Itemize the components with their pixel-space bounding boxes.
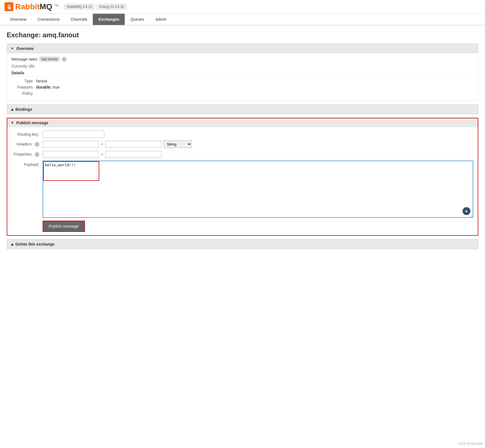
message-rates-help[interactable]: ?	[62, 57, 66, 61]
logo: 🐇 RabbitMQ TM	[4, 2, 58, 11]
headers-key-input[interactable]	[43, 141, 99, 148]
headers-separator: =	[101, 142, 103, 147]
type-val: fanout	[36, 79, 47, 83]
headers-val-input[interactable]	[105, 141, 161, 148]
headers-label: Headers: ?	[12, 142, 43, 147]
policy-key: Policy	[14, 91, 36, 96]
header: 🐇 RabbitMQ TM RabbitMQ 3.9.13 Erlang 23.…	[0, 0, 485, 14]
details-label: Details	[11, 71, 474, 77]
properties-key-input[interactable]	[43, 151, 99, 158]
overview-section-title: Overview	[16, 46, 34, 51]
overview-collapse-icon: ▼	[11, 47, 14, 50]
bindings-section-title: Bindings	[15, 107, 32, 112]
rabbitmq-version: RabbitMQ 3.9.13	[64, 4, 94, 10]
logo-tm: TM	[54, 4, 58, 7]
routing-key-label: Routing key:	[12, 132, 43, 137]
features-val: durable: true	[36, 85, 59, 89]
details-type-row: Type fanout	[14, 79, 474, 83]
nav-admin[interactable]: Admin	[150, 14, 172, 25]
last-minute-badge[interactable]: last minute	[40, 57, 60, 62]
payload-label: Payload:	[12, 161, 43, 167]
overview-body: Message rates last minute ? Currently id…	[7, 53, 478, 101]
main-content: Exchange: amq.fanout ▼ Overview Message …	[0, 26, 485, 258]
page-title: Exchange: amq.fanout	[7, 31, 478, 39]
headers-row: Headers: ? = String Number Boolean	[12, 140, 473, 148]
bindings-section: ▶ Bindings	[7, 104, 478, 114]
idle-text: Currently idle	[11, 64, 474, 68]
properties-help[interactable]: ?	[35, 152, 39, 157]
payload-send-icon[interactable]: ➤	[463, 207, 470, 215]
logo-icon: 🐇	[4, 2, 13, 11]
message-rates-label: Message rates	[11, 57, 37, 61]
routing-key-input[interactable]	[43, 131, 104, 138]
publish-message-button[interactable]: Publish message	[43, 221, 84, 231]
bindings-collapse-icon: ▶	[10, 108, 14, 111]
delete-section-header[interactable]: ▶ Delete this exchange	[7, 239, 478, 249]
properties-val-input[interactable]	[105, 151, 161, 158]
delete-section-title: Delete this exchange	[15, 242, 54, 246]
publish-section: ▼ Publish message Routing key: Headers: …	[7, 118, 478, 236]
erlang-version: Erlang 23.3.4.18	[97, 4, 126, 10]
payload-blue-border: hello,world!!! ➤	[43, 161, 473, 218]
headers-type-select[interactable]: String Number Boolean	[164, 140, 192, 148]
overview-section-header[interactable]: ▼ Overview	[7, 44, 478, 53]
details-policy-row: Policy	[14, 91, 474, 96]
payload-row: Payload: hello,world!!! ➤	[12, 161, 473, 218]
details-table: Type fanout Features durable: true Polic…	[14, 79, 474, 96]
publish-section-title: Publish message	[16, 121, 48, 125]
features-key: Features	[14, 85, 36, 89]
publish-section-header[interactable]: ▼ Publish message	[7, 118, 478, 127]
publish-collapse-icon: ▼	[11, 121, 14, 125]
delete-collapse-icon: ▶	[10, 243, 14, 246]
details-features-row: Features durable: true	[14, 85, 474, 89]
publish-form-body: Routing key: Headers: ? = String Number …	[7, 127, 478, 235]
properties-separator: =	[101, 152, 103, 157]
payload-wrapper: hello,world!!! ➤	[43, 161, 473, 218]
routing-key-row: Routing key:	[12, 131, 473, 138]
bindings-section-header[interactable]: ▶ Bindings	[7, 105, 478, 114]
properties-row: Properties: ? =	[12, 151, 473, 158]
overview-section: ▼ Overview Message rates last minute ? C…	[7, 43, 478, 101]
nav-channels[interactable]: Channels	[65, 14, 93, 25]
nav-connections[interactable]: Connections	[32, 14, 65, 25]
headers-help[interactable]: ?	[35, 142, 39, 147]
properties-label: Properties: ?	[12, 152, 43, 157]
payload-textarea[interactable]: hello,world!!!	[43, 161, 473, 217]
publish-button-wrapper: Publish message	[43, 221, 85, 232]
message-rates-row: Message rates last minute ?	[11, 57, 474, 62]
logo-text: RabbitMQ TM	[15, 2, 58, 11]
main-nav: Overview Connections Channels Exchanges …	[0, 14, 485, 26]
publish-button-row: Publish message	[12, 221, 473, 232]
nav-exchanges[interactable]: Exchanges	[93, 14, 125, 25]
delete-section: ▶ Delete this exchange	[7, 239, 478, 249]
nav-overview[interactable]: Overview	[4, 14, 32, 25]
type-key: Type	[14, 79, 36, 83]
nav-queues[interactable]: Queues	[125, 14, 150, 25]
